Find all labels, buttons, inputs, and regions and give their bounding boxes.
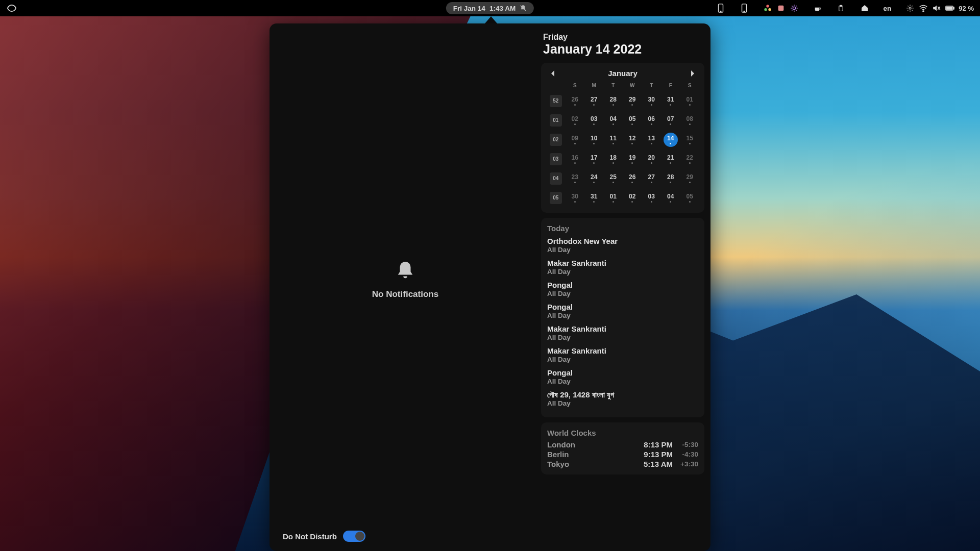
calendar-day[interactable]: 25 (604, 169, 623, 188)
calendar-day[interactable]: 28 (661, 169, 680, 188)
settings-gear-icon[interactable] (905, 4, 915, 13)
tray-clipboard-icon[interactable] (837, 4, 846, 13)
event-item[interactable]: PongalAll Day (547, 281, 698, 297)
tray-phone2-icon[interactable] (740, 4, 749, 13)
calendar-day[interactable]: 02 (623, 188, 642, 208)
calendar-day[interactable]: 02 (566, 111, 585, 130)
world-clock-city: London (547, 440, 632, 449)
battery-percentage: 92 % (959, 5, 974, 12)
event-item[interactable]: Makar SankrantiAll Day (547, 346, 698, 363)
calendar-day[interactable]: 06 (642, 111, 662, 130)
event-item[interactable]: Makar SankrantiAll Day (547, 324, 698, 341)
battery-icon[interactable] (945, 4, 954, 13)
svg-rect-15 (946, 7, 952, 10)
event-subtitle: All Day (547, 334, 698, 341)
calendar-week-number: 04 (546, 169, 566, 188)
tray-app1-icon[interactable] (763, 4, 772, 13)
world-clocks-card[interactable]: World Clocks London8:13 PM-5:30Berlin9:1… (541, 422, 704, 474)
toggle-knob (355, 532, 364, 541)
do-not-disturb-toggle[interactable] (343, 531, 365, 542)
event-item[interactable]: PongalAll Day (547, 303, 698, 319)
world-clock-offset: -5:30 (673, 441, 698, 448)
tray-app3-icon[interactable] (790, 4, 799, 13)
calendar-day[interactable]: 29 (623, 91, 642, 111)
calendar-day-header: F (661, 82, 680, 91)
tray-extension-icon[interactable] (860, 4, 869, 13)
event-item[interactable]: পৌষ 29, 1428 বাংলা যুগAll Day (547, 390, 698, 407)
calendar-day[interactable]: 17 (584, 149, 604, 169)
calendar-day-header: S (566, 82, 585, 91)
calendar-day[interactable]: 12 (623, 130, 642, 149)
svg-point-3 (744, 11, 745, 12)
calendar-day[interactable]: 27 (584, 91, 604, 111)
volume-muted-icon[interactable] (932, 4, 941, 13)
calendar-day[interactable]: 10 (584, 130, 604, 149)
calendar-day[interactable]: 04 (661, 188, 680, 208)
svg-point-1 (720, 11, 721, 12)
notifications-column: No Notifications Do Not Disturb (276, 32, 535, 542)
calendar-day[interactable]: 26 (623, 169, 642, 188)
calendar-day[interactable]: 23 (566, 169, 585, 188)
next-month-button[interactable] (688, 69, 697, 78)
calendar-day[interactable]: 01 (680, 91, 700, 111)
calendar-day[interactable]: 31 (661, 91, 680, 111)
activities-logo-icon[interactable] (6, 3, 17, 14)
calendar-day[interactable]: 27 (642, 169, 662, 188)
event-subtitle: All Day (547, 290, 698, 297)
prev-month-button[interactable] (548, 69, 557, 78)
calendar-day[interactable]: 03 (584, 111, 604, 130)
event-item[interactable]: PongalAll Day (547, 368, 698, 385)
calendar-day[interactable]: 31 (584, 188, 604, 208)
calendar-day[interactable]: 15 (680, 130, 700, 149)
long-date-label: January 14 2022 (543, 42, 702, 57)
calendar-day[interactable]: 14 (661, 130, 680, 149)
svg-rect-7 (778, 6, 783, 11)
no-notifications-label: No Notifications (372, 289, 438, 299)
calendar-day[interactable]: 03 (642, 188, 662, 208)
event-item[interactable]: Makar SankrantiAll Day (547, 259, 698, 276)
svg-point-6 (768, 8, 771, 11)
svg-rect-14 (953, 7, 954, 9)
calendar-day[interactable]: 18 (604, 149, 623, 169)
calendar-week-number: 03 (546, 149, 566, 169)
calendar-day-header: T (642, 82, 662, 91)
calendar-day[interactable]: 07 (661, 111, 680, 130)
tray-caffeine-icon[interactable] (813, 4, 822, 13)
calendar-day[interactable]: 05 (623, 111, 642, 130)
world-clock-row: Tokyo5:13 AM+3:30 (547, 460, 698, 468)
svg-point-5 (764, 8, 767, 11)
calendar-day[interactable]: 19 (623, 149, 642, 169)
calendar-week-number: 01 (546, 111, 566, 130)
calendar-day[interactable]: 13 (642, 130, 662, 149)
world-clock-row: London8:13 PM-5:30 (547, 440, 698, 449)
tray-app2-icon[interactable] (776, 4, 786, 13)
calendar-day-header: M (584, 82, 604, 91)
calendar-week-number: 52 (546, 91, 566, 111)
svg-point-8 (793, 7, 795, 9)
calendar-day[interactable]: 22 (680, 149, 700, 169)
calendar-day[interactable]: 30 (642, 91, 662, 111)
calendar-day[interactable]: 20 (642, 149, 662, 169)
wifi-icon[interactable] (919, 4, 928, 13)
calendar-day[interactable]: 08 (680, 111, 700, 130)
calendar-day[interactable]: 11 (604, 130, 623, 149)
input-language-indicator[interactable]: en (884, 5, 892, 12)
calendar-day[interactable]: 04 (604, 111, 623, 130)
calendar-day-header: W (623, 82, 642, 91)
calendar-day[interactable]: 29 (680, 169, 700, 188)
svg-point-4 (766, 5, 769, 7)
calendar-day[interactable]: 30 (566, 188, 585, 208)
event-subtitle: All Day (547, 378, 698, 385)
clock-button[interactable]: Fri Jan 14 1:43 AM (446, 2, 534, 14)
calendar-day[interactable]: 26 (566, 91, 585, 111)
calendar-day[interactable]: 21 (661, 149, 680, 169)
calendar-day[interactable]: 09 (566, 130, 585, 149)
calendar-day[interactable]: 28 (604, 91, 623, 111)
event-title: Makar Sankranti (547, 346, 698, 356)
calendar-day[interactable]: 24 (584, 169, 604, 188)
event-item[interactable]: Orthodox New YearAll Day (547, 237, 698, 254)
calendar-day[interactable]: 01 (604, 188, 623, 208)
calendar-day[interactable]: 16 (566, 149, 585, 169)
calendar-day[interactable]: 05 (680, 188, 700, 208)
tray-phone1-icon[interactable] (716, 4, 725, 13)
